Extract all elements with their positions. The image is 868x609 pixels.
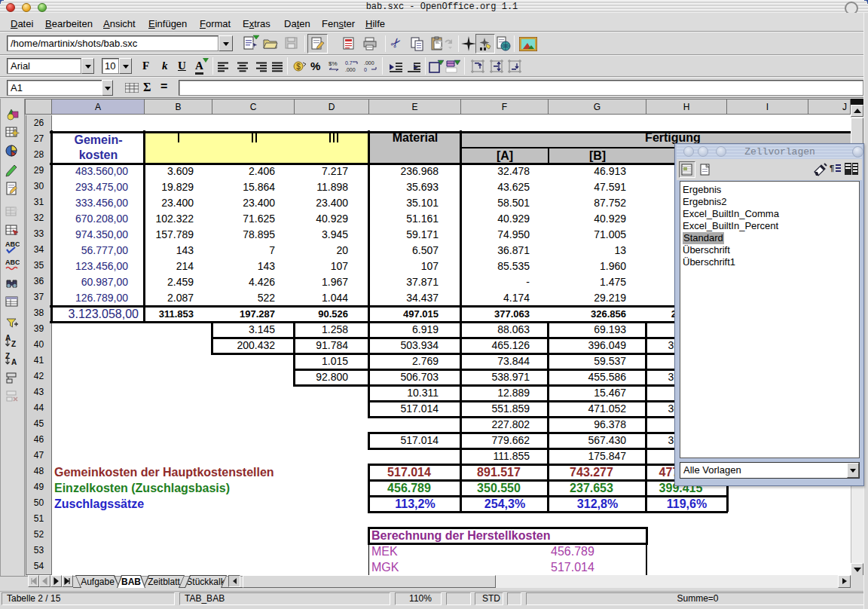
svg-text:Z: Z <box>11 340 16 348</box>
svg-text:ABC: ABC <box>5 259 20 266</box>
svg-text:.000: .000 <box>345 67 356 72</box>
svg-text:A: A <box>11 358 17 366</box>
svg-text:ABC: ABC <box>5 240 20 248</box>
svg-text:$: $ <box>296 63 301 71</box>
svg-text:0: 0 <box>364 67 367 72</box>
svg-text:A: A <box>5 334 11 342</box>
svg-text:$%: $% <box>329 60 338 67</box>
svg-text:.000: .000 <box>364 60 374 66</box>
svg-text:¶: ¶ <box>830 164 834 173</box>
svg-text:0.7: 0.7 <box>345 60 353 66</box>
